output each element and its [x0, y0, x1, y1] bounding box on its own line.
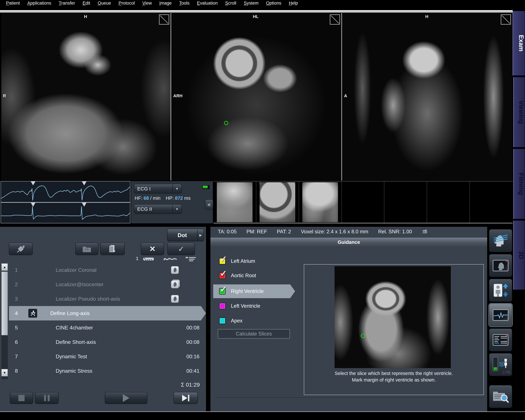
- image-corner-icon[interactable]: [501, 14, 511, 25]
- orientation-label: H: [84, 14, 87, 19]
- rv-margin-marker: [224, 121, 228, 125]
- ecg-lead2-dropdown[interactable]: ECG II ▼: [134, 204, 182, 214]
- apex-checkbox[interactable]: ✓: [219, 317, 226, 324]
- skip-button[interactable]: [174, 392, 198, 404]
- landmark-apex[interactable]: ✓ Apex: [215, 316, 296, 326]
- menu-transfer[interactable]: Transfer: [55, 1, 79, 6]
- filmstrip-thumbnail[interactable]: [256, 181, 299, 223]
- copy-button[interactable]: [100, 243, 125, 255]
- protocol-scrollbar: ▲ ▼: [1, 263, 8, 379]
- tab-3d[interactable]: 3D: [513, 220, 525, 290]
- left-ventricle-checkbox[interactable]: ✓: [219, 303, 226, 309]
- right-ventricle-checkbox[interactable]: ✓: [219, 288, 226, 295]
- menu-edit[interactable]: Edit: [79, 1, 94, 6]
- scroll-up-button[interactable]: ▲: [1, 263, 8, 271]
- heart-rate-readout: HF: 68 / min HP: 872 ms: [135, 196, 191, 201]
- slice-position-button[interactable]: [489, 229, 512, 252]
- physio-display-button[interactable]: [489, 304, 512, 327]
- orientation-label: ARH: [173, 93, 182, 98]
- protocol-step-row-active[interactable]: 4 Define Long-axis: [9, 306, 206, 320]
- folder-search-icon: [492, 389, 509, 404]
- patient-position-button[interactable]: [489, 279, 512, 302]
- cancel-button[interactable]: ✕: [141, 243, 164, 255]
- mri-image-short-axis: [171, 13, 341, 180]
- landmark-left-atrium[interactable]: ✓ Left Atrium: [215, 256, 296, 266]
- menu-tools[interactable]: Tools: [175, 1, 193, 6]
- menu-view[interactable]: View: [139, 1, 156, 6]
- ecg-lead1-dropdown[interactable]: ECG I ▼: [134, 184, 182, 194]
- protocol-step-row[interactable]: 5 CINE 4chamber 00:08: [9, 320, 206, 335]
- filmstrip-thumbnail[interactable]: [214, 181, 256, 223]
- pause-button[interactable]: [35, 392, 59, 404]
- landmark-aortic-root[interactable]: ✓ Aortic Root: [215, 270, 296, 281]
- dot-expand-arrow-icon[interactable]: ▶: [197, 229, 204, 241]
- guidance-instruction-line2: Mark margin of right ventricle as shown.: [304, 377, 483, 383]
- image-corner-icon[interactable]: [330, 14, 340, 25]
- browse-exams-button[interactable]: [489, 385, 512, 408]
- protocol-step-row[interactable]: 1 Localizer Coronal: [9, 263, 206, 277]
- menu-image[interactable]: Image: [156, 1, 175, 6]
- viewport-sagittal[interactable]: H A: [342, 13, 512, 180]
- tab-exam[interactable]: Exam: [513, 11, 525, 76]
- image-corner-icon[interactable]: [159, 14, 169, 25]
- guidance-example-box: Select the slice which best represents t…: [304, 264, 484, 395]
- protocol-step-row[interactable]: 6 Define Short-axis 00:08: [9, 335, 206, 349]
- menu-queue[interactable]: Queue: [94, 1, 115, 6]
- protocol-step-row[interactable]: 3 Localizer Pseudo short-axis: [9, 292, 206, 306]
- status-seq: :tfi: [422, 229, 427, 235]
- menu-applications[interactable]: Applications: [24, 1, 55, 6]
- menu-system[interactable]: System: [240, 1, 262, 6]
- play-button[interactable]: [105, 392, 147, 404]
- open-protocol-button[interactable]: [75, 243, 98, 255]
- viewport-coronal[interactable]: H R: [1, 13, 170, 180]
- menu-bar: Patient Applications Transfer Edit Queue…: [0, 0, 525, 6]
- trigger-marker-icon: [31, 203, 35, 207]
- menu-evaluation[interactable]: Evaluation: [193, 1, 221, 6]
- chevron-down-icon[interactable]: ▼: [172, 205, 181, 214]
- confirm-button[interactable]: ✓: [167, 243, 195, 255]
- sequence-status-bar: TA: 0:05 PM: REF PAT: 2 Voxel size: 2.4 …: [218, 229, 427, 235]
- status-ta: TA: 0:05: [218, 229, 237, 235]
- tab-viewing[interactable]: Viewing: [513, 77, 525, 147]
- folder-open-icon: [82, 245, 91, 253]
- protocol-step-row[interactable]: 2 Localizer@Isocenter: [9, 277, 206, 292]
- menu-help[interactable]: Help: [285, 1, 302, 6]
- play-icon: [123, 394, 129, 402]
- reference-image-icon: [171, 295, 179, 303]
- trigger-marker-icon: [82, 181, 86, 185]
- battery-icon: [202, 185, 210, 190]
- tab-filming[interactable]: Filming: [513, 149, 525, 219]
- exam-panel: Dot ▶ ✕ ✓ 1: [0, 227, 206, 411]
- viewport-short-axis[interactable]: HL ARH: [171, 13, 341, 180]
- mri-image-coronal: [1, 13, 170, 180]
- calculate-slices-button[interactable]: Calculate Slices: [218, 329, 290, 339]
- menu-protocol[interactable]: Protocol: [115, 1, 139, 6]
- chevron-down-icon[interactable]: ▼: [172, 184, 181, 193]
- menu-options[interactable]: Options: [262, 1, 285, 6]
- inject-button[interactable]: [9, 243, 33, 255]
- filmstrip-empty-cell: [470, 181, 513, 223]
- protocol-list: 1 Localizer Coronal 2 Localizer@Isocente…: [9, 263, 206, 379]
- collapse-physio-button[interactable]: «: [205, 199, 213, 210]
- sar-monitor-button[interactable]: 17%: [489, 353, 512, 376]
- scroll-down-button[interactable]: ▼: [1, 369, 8, 376]
- protocol-step-row[interactable]: 8 Dynamic Stress 00:41: [9, 364, 206, 378]
- filmstrip-thumbnail[interactable]: [299, 181, 342, 223]
- dot-button[interactable]: Dot ▶: [167, 229, 204, 241]
- rv-margin-example-marker: [361, 334, 365, 338]
- protocol-step-row[interactable]: 7 Dynamic Test 00:16: [9, 349, 206, 364]
- scroll-thumb[interactable]: [1, 271, 8, 335]
- protocol-screen-icon: [493, 334, 508, 346]
- orientation-label: H: [425, 14, 428, 19]
- image-display-button[interactable]: [489, 254, 512, 277]
- stop-button[interactable]: [10, 392, 33, 404]
- menu-scroll[interactable]: Scroll: [221, 1, 240, 6]
- left-atrium-checkbox[interactable]: ✓: [219, 258, 226, 264]
- protocol-display-button[interactable]: [489, 328, 512, 351]
- landmark-right-ventricle[interactable]: ✓ Right Ventricle: [215, 286, 296, 297]
- landmark-left-ventricle[interactable]: ✓ Left Ventricle: [215, 301, 296, 311]
- orientation-label: A: [344, 93, 347, 98]
- menu-patient[interactable]: Patient: [2, 1, 24, 6]
- trigger-marker-icon: [31, 181, 35, 185]
- aortic-root-checkbox[interactable]: ✓: [219, 272, 226, 279]
